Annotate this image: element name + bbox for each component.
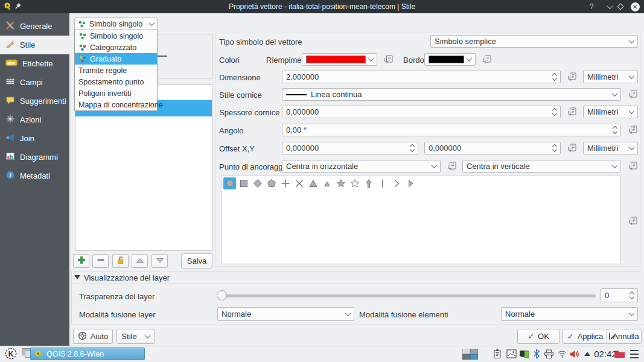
- border-color-button[interactable]: [424, 53, 476, 66]
- menu-item-heatmap[interactable]: Mappa di concentrazione: [75, 99, 157, 110]
- bluetooth-icon[interactable]: [532, 348, 541, 360]
- folder-icon[interactable]: [613, 348, 626, 360]
- anchor-horizontal-combo[interactable]: Centra in orizzontale: [282, 160, 441, 173]
- offset-x-spinbox[interactable]: 0,000000: [282, 142, 418, 154]
- offset-data-defined-button[interactable]: [565, 142, 578, 154]
- printer-icon[interactable]: [543, 348, 555, 360]
- sidebar-item-azioni[interactable]: Azioni: [0, 110, 69, 129]
- spin-arrows[interactable]: [553, 145, 556, 151]
- clipboard-icon[interactable]: [492, 348, 503, 360]
- spin-arrows[interactable]: [553, 109, 556, 115]
- angle-data-defined-button[interactable]: [626, 124, 639, 136]
- anchor-vertical-combo[interactable]: Centra in verticale: [462, 160, 621, 173]
- battery-monitor-icon[interactable]: [518, 348, 531, 360]
- menu-item-categorized[interactable]: Categorizzato: [75, 42, 157, 53]
- spin-arrows[interactable]: [410, 145, 414, 151]
- renderer-combo[interactable]: Simbolo singolo: [74, 17, 158, 30]
- stroke-style-label: Stile cornice: [219, 91, 262, 100]
- wifi-icon[interactable]: [556, 348, 568, 360]
- help-dialog-button[interactable]: Aiuto: [73, 329, 113, 344]
- tray-expand-arrow-icon[interactable]: [582, 348, 592, 360]
- shape-triangle-icon[interactable]: [307, 177, 319, 189]
- shape-diamond-icon[interactable]: [251, 177, 264, 189]
- remove-symbol-layer-button[interactable]: [92, 254, 109, 268]
- hamburger-menu-icon[interactable]: [629, 348, 640, 360]
- shape-filled-arrowhead-icon[interactable]: [404, 177, 416, 189]
- transparency-slider[interactable]: [217, 294, 596, 297]
- menu-item-graduated[interactable]: Graduato: [75, 53, 157, 65]
- add-symbol-layer-button[interactable]: [73, 254, 89, 268]
- border-color-swatch: [429, 56, 464, 63]
- sidebar-item-etichette[interactable]: abc Etichette: [0, 54, 69, 73]
- sidebar-item-campi[interactable]: Campi: [0, 73, 69, 92]
- size-spinbox[interactable]: 2,000000: [282, 71, 561, 83]
- size-data-defined-button[interactable]: [565, 71, 578, 83]
- offset-unit-combo[interactable]: Millimetri: [583, 142, 638, 154]
- apply-button[interactable]: ✓Applica: [563, 329, 608, 344]
- move-down-button[interactable]: [151, 254, 168, 268]
- shape-arrow-icon[interactable]: [362, 177, 375, 189]
- shape-line-icon[interactable]: [376, 177, 389, 189]
- layer-rendering-header: Visualizzazione del layer: [84, 273, 170, 282]
- lock-symbol-layer-button[interactable]: [112, 254, 129, 268]
- shape-cross2-icon[interactable]: [293, 177, 305, 189]
- angle-spinbox[interactable]: 0,00 °: [282, 124, 621, 136]
- sidebar-item-metadati[interactable]: i Metadati: [0, 167, 69, 185]
- menu-item-point-displacement[interactable]: Spostamento punto: [75, 76, 157, 87]
- stroke-width-spinbox[interactable]: 0,000000: [282, 106, 561, 118]
- ok-button[interactable]: ✓OK: [517, 329, 560, 344]
- fill-color-button[interactable]: [302, 53, 377, 66]
- save-symbol-button[interactable]: Salva: [181, 253, 212, 268]
- style-menu-button[interactable]: Stile: [116, 329, 155, 344]
- spin-arrows[interactable]: [553, 74, 556, 80]
- anchor-h-data-defined-button[interactable]: [445, 160, 458, 172]
- shape-square-icon[interactable]: [237, 177, 250, 189]
- offset-y-spinbox[interactable]: 0,000000: [424, 142, 561, 154]
- help-button[interactable]: ?: [585, 2, 598, 11]
- minimize-button[interactable]: [600, 2, 612, 11]
- border-data-defined-button[interactable]: [480, 54, 493, 65]
- blend-layer-combo[interactable]: Normale: [217, 307, 354, 321]
- properties-sidebar: Generale Stile abc Etichette Campi Sugge…: [0, 13, 69, 346]
- kde-menu-icon[interactable]: K: [5, 348, 17, 361]
- shape-circle-icon[interactable]: [223, 177, 236, 189]
- shape-pentagon-icon[interactable]: [265, 177, 278, 189]
- sidebar-item-join[interactable]: Join: [0, 129, 69, 148]
- shape-equilateral-triangle-icon[interactable]: [320, 177, 333, 189]
- chevron-down-icon: [612, 162, 618, 168]
- taskbar-task-qgis[interactable]: QGIS 2.8.6-Wien: [30, 348, 145, 360]
- size-unit-combo[interactable]: Millimetri: [583, 71, 638, 83]
- volume-icon[interactable]: [568, 348, 580, 360]
- stroke-width-unit-combo[interactable]: Millimetri: [583, 106, 638, 118]
- stroke-style-combo[interactable]: Linea continua: [282, 88, 621, 101]
- spin-arrows[interactable]: [613, 127, 617, 133]
- move-up-button[interactable]: [132, 254, 148, 268]
- menu-item-inverted-polygons[interactable]: Poligoni invertiti: [75, 87, 157, 99]
- blend-feature-combo[interactable]: Normale: [501, 307, 638, 321]
- shape-chevron-icon[interactable]: [390, 177, 403, 189]
- sidebar-item-stile[interactable]: Stile: [0, 36, 69, 54]
- cancel-button[interactable]: Annulla: [607, 329, 642, 344]
- menu-item-single-symbol[interactable]: Simbolo singolo: [75, 30, 157, 42]
- sidebar-item-suggerimenti[interactable]: Suggerimenti: [0, 92, 69, 110]
- sidebar-item-diagrammi[interactable]: Diagrammi: [0, 148, 69, 167]
- shape-regular-star-icon[interactable]: [348, 177, 361, 189]
- collapse-arrow-icon[interactable]: [74, 275, 80, 279]
- stroke-style-data-defined-button[interactable]: [626, 89, 639, 100]
- sidebar-item-generale[interactable]: Generale: [0, 17, 69, 36]
- close-button[interactable]: ✕: [629, 2, 641, 11]
- shape-star-icon[interactable]: [334, 177, 347, 189]
- shape-data-defined-button[interactable]: [626, 215, 639, 227]
- maximize-button[interactable]: [614, 2, 626, 11]
- symbol-type-combo[interactable]: Simbolo semplice: [430, 35, 638, 48]
- stroke-width-data-defined-button[interactable]: [565, 106, 578, 118]
- screenshot-image-icon[interactable]: [506, 348, 517, 360]
- transparency-spinbox[interactable]: 0: [601, 288, 638, 302]
- anchor-v-data-defined-button[interactable]: [626, 160, 639, 172]
- fill-data-defined-button[interactable]: [381, 54, 395, 65]
- transparency-slider-handle[interactable]: [217, 290, 227, 300]
- spin-arrows[interactable]: [630, 292, 634, 299]
- virtual-desktop-pager-icon[interactable]: [462, 348, 479, 360]
- menu-item-rule-based[interactable]: Tramite regole: [75, 65, 157, 76]
- shape-cross-icon[interactable]: [279, 177, 292, 189]
